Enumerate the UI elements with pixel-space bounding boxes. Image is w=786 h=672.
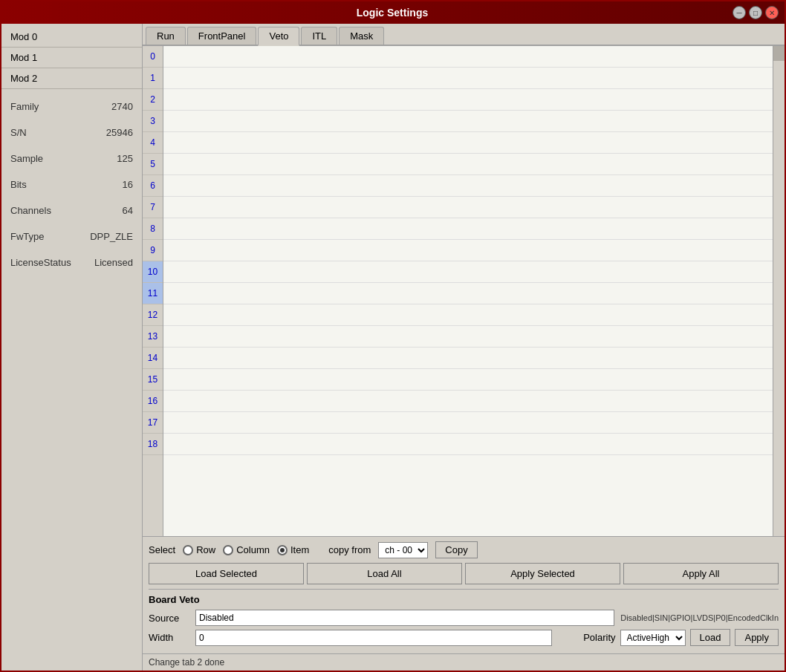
channel-num-10[interactable]: 10 — [143, 261, 163, 283]
scrollbar[interactable] — [773, 46, 785, 536]
right-panel: Run FrontPanel Veto ITL Mask 01234567891… — [143, 24, 785, 671]
apply-selected-button[interactable]: Apply Selected — [465, 563, 620, 584]
radio-item[interactable]: Item — [277, 544, 309, 555]
tab-run[interactable]: Run — [146, 27, 186, 45]
board-veto-section: Board Veto Source Disabled|SIN|GPIO|LVDS… — [149, 589, 779, 646]
radio-row-label: Row — [196, 544, 215, 555]
channel-row-3[interactable] — [163, 111, 773, 132]
channel-num-12[interactable]: 12 — [143, 304, 163, 326]
info-bits: Bits 16 — [10, 179, 133, 190]
mod1-notch — [121, 53, 133, 62]
copy-from-dropdown[interactable]: ch - 00 — [378, 542, 428, 558]
window-title: Logic Settings — [52, 7, 733, 19]
veto-apply-button[interactable]: Apply — [735, 629, 779, 646]
info-fwtype: FwType DPP_ZLE — [10, 231, 133, 242]
polarity-row: Polarity ActiveHigh ActiveLow Load Apply — [583, 629, 779, 646]
channel-row-4[interactable] — [163, 132, 773, 154]
channel-row-10[interactable] — [163, 261, 773, 283]
sidebar-item-mod2[interactable]: Mod 2 — [1, 68, 142, 89]
channel-num-6[interactable]: 6 — [143, 175, 163, 197]
info-license: LicenseStatus Licensed — [10, 257, 133, 268]
channel-row-18[interactable] — [163, 434, 773, 455]
channel-row-7[interactable] — [163, 197, 773, 218]
board-veto-title: Board Veto — [149, 594, 779, 605]
info-sample: Sample 125 — [10, 153, 133, 164]
channel-row-6[interactable] — [163, 175, 773, 197]
channel-num-11[interactable]: 11 — [143, 283, 163, 304]
minimize-button[interactable]: ─ — [733, 6, 746, 19]
width-row: Width Polarity ActiveHigh ActiveLow Load… — [149, 629, 779, 646]
radio-column-label: Column — [236, 544, 270, 555]
channel-num-9[interactable]: 9 — [143, 240, 163, 261]
radio-column[interactable]: Column — [223, 544, 270, 555]
channel-grid — [163, 46, 773, 536]
load-all-button[interactable]: Load All — [307, 563, 462, 584]
channel-area: 0123456789101112131415161718 — [143, 46, 785, 536]
channel-num-3[interactable]: 3 — [143, 111, 163, 132]
tab-frontpanel[interactable]: FrontPanel — [187, 27, 257, 45]
sidebar-item-mod0[interactable]: Mod 0 — [1, 27, 142, 48]
channel-num-8[interactable]: 8 — [143, 218, 163, 240]
radio-item-label: Item — [290, 544, 309, 555]
channel-row-16[interactable] — [163, 391, 773, 412]
status-message: Change tab 2 done — [149, 657, 224, 668]
close-button[interactable]: ✕ — [765, 6, 779, 19]
channel-num-7[interactable]: 7 — [143, 197, 163, 218]
polarity-select[interactable]: ActiveHigh ActiveLow — [620, 630, 686, 646]
action-buttons-row: Load Selected Load All Apply Selected Ap… — [149, 563, 779, 584]
maximize-button[interactable]: □ — [749, 6, 762, 19]
bottom-controls: Select Row Column Item copy from — [143, 536, 785, 653]
main-content: Mod 0 Mod 1 Mod 2 Family 2740 S/N 25946 — [1, 24, 785, 671]
sidebar: Mod 0 Mod 1 Mod 2 Family 2740 S/N 25946 — [1, 24, 143, 671]
status-bar: Change tab 2 done — [143, 653, 785, 671]
channel-num-14[interactable]: 14 — [143, 348, 163, 369]
source-options: Disabled|SIN|GPIO|LVDS|P0|EncodedClkIn — [620, 613, 779, 622]
scrollbar-thumb[interactable] — [773, 46, 785, 61]
channel-row-5[interactable] — [163, 154, 773, 175]
apply-all-button[interactable]: Apply All — [623, 563, 779, 584]
channel-row-12[interactable] — [163, 304, 773, 326]
tab-veto[interactable]: Veto — [258, 27, 299, 46]
channel-row-9[interactable] — [163, 240, 773, 261]
channel-num-13[interactable]: 13 — [143, 326, 163, 348]
tab-mask[interactable]: Mask — [339, 27, 384, 45]
channel-row-8[interactable] — [163, 218, 773, 240]
channel-num-17[interactable]: 17 — [143, 412, 163, 434]
channel-num-2[interactable]: 2 — [143, 89, 163, 111]
width-input[interactable] — [195, 630, 552, 646]
copy-from-label: copy from — [328, 544, 371, 555]
select-row: Select Row Column Item copy from — [149, 541, 779, 558]
channel-row-11[interactable] — [163, 283, 773, 304]
channel-num-18[interactable]: 18 — [143, 434, 163, 455]
channel-num-15[interactable]: 15 — [143, 369, 163, 391]
radio-item-input[interactable] — [277, 545, 288, 555]
veto-load-button[interactable]: Load — [690, 629, 731, 646]
radio-row-input[interactable] — [183, 545, 193, 555]
channel-numbers: 0123456789101112131415161718 — [143, 46, 163, 536]
channel-num-16[interactable]: 16 — [143, 391, 163, 412]
channel-num-4[interactable]: 4 — [143, 132, 163, 154]
channel-num-1[interactable]: 1 — [143, 68, 163, 89]
sidebar-item-mod1[interactable]: Mod 1 — [1, 48, 142, 68]
channel-num-5[interactable]: 5 — [143, 154, 163, 175]
radio-row[interactable]: Row — [183, 544, 215, 555]
info-family: Family 2740 — [10, 101, 133, 112]
radio-column-input[interactable] — [223, 545, 233, 555]
channel-row-17[interactable] — [163, 412, 773, 434]
source-label: Source — [149, 613, 189, 624]
info-channels: Channels 64 — [10, 205, 133, 216]
channel-row-2[interactable] — [163, 89, 773, 111]
channel-row-13[interactable] — [163, 326, 773, 348]
source-input[interactable] — [195, 610, 614, 626]
channel-num-0[interactable]: 0 — [143, 46, 163, 68]
tab-itl[interactable]: ITL — [301, 27, 337, 45]
copy-button[interactable]: Copy — [435, 541, 477, 558]
titlebar: Logic Settings ─ □ ✕ — [1, 1, 785, 24]
channel-row-14[interactable] — [163, 348, 773, 369]
load-selected-button[interactable]: Load Selected — [149, 563, 304, 584]
channel-row-1[interactable] — [163, 68, 773, 89]
channel-row-15[interactable] — [163, 369, 773, 391]
info-sn: S/N 25946 — [10, 127, 133, 138]
channel-row-0[interactable] — [163, 46, 773, 68]
select-label: Select — [149, 544, 175, 555]
